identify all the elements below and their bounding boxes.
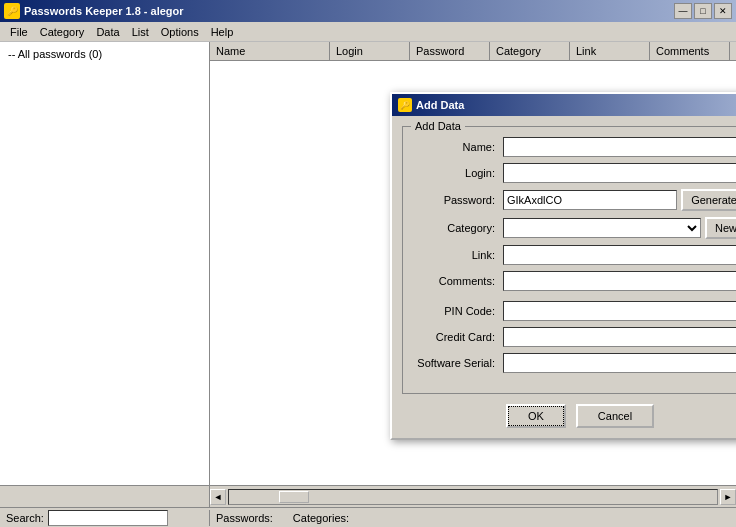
table-area: Name Login Password Category Link Commen… — [210, 42, 736, 485]
comments-input[interactable] — [503, 271, 736, 291]
menu-bar: File Category Data List Options Help — [0, 22, 736, 42]
search-label: Search: — [6, 512, 44, 524]
sidebar: -- All passwords (0) — [0, 42, 210, 485]
categories-status: Categories: — [293, 512, 349, 524]
comments-row: Comments: — [413, 271, 736, 291]
scroll-left-button[interactable]: ◄ — [210, 489, 226, 505]
col-category[interactable]: Category — [490, 42, 570, 60]
serial-row: Software Serial: — [413, 353, 736, 373]
group-box: Add Data Name: Login: Password: — [402, 126, 736, 394]
generate-button[interactable]: Generate — [681, 189, 736, 211]
col-link[interactable]: Link — [570, 42, 650, 60]
col-login[interactable]: Login — [330, 42, 410, 60]
dialog-body: Add Data Name: Login: Password: — [392, 116, 736, 438]
status-items: Passwords: Categories: — [210, 512, 355, 524]
menu-category[interactable]: Category — [34, 24, 91, 40]
password-input[interactable] — [503, 190, 677, 210]
app-icon: 🔑 — [4, 3, 20, 19]
scroll-right-button[interactable]: ► — [720, 489, 736, 505]
menu-data[interactable]: Data — [90, 24, 125, 40]
minimize-button[interactable]: — — [674, 3, 692, 19]
dialog-buttons: OK Cancel — [402, 404, 736, 428]
title-bar: 🔑 Passwords Keeper 1.8 - alegor — □ ✕ — [0, 0, 736, 22]
new-button[interactable]: New — [705, 217, 736, 239]
status-bar: Search: Passwords: Categories: — [0, 507, 736, 527]
all-passwords-item[interactable]: -- All passwords (0) — [4, 46, 205, 62]
col-comments[interactable]: Comments — [650, 42, 730, 60]
name-input[interactable] — [503, 137, 736, 157]
app-title: Passwords Keeper 1.8 - alegor — [24, 5, 184, 17]
category-row: Category: New — [413, 217, 736, 239]
comments-label: Comments: — [413, 275, 503, 287]
maximize-button[interactable]: □ — [694, 3, 712, 19]
pin-input[interactable] — [503, 301, 736, 321]
name-label: Name: — [413, 141, 503, 153]
menu-options[interactable]: Options — [155, 24, 205, 40]
add-data-dialog: 🔑 Add Data ✕ Add Data Name: — [390, 92, 736, 440]
login-row: Login: — [413, 163, 736, 183]
pin-label: PIN Code: — [413, 305, 503, 317]
login-label: Login: — [413, 167, 503, 179]
close-button[interactable]: ✕ — [714, 3, 732, 19]
col-password[interactable]: Password — [410, 42, 490, 60]
menu-list[interactable]: List — [126, 24, 155, 40]
col-name[interactable]: Name — [210, 42, 330, 60]
col-p[interactable]: P — [730, 42, 736, 60]
credit-label: Credit Card: — [413, 331, 503, 343]
cancel-button[interactable]: Cancel — [576, 404, 654, 428]
sidebar-tree: -- All passwords (0) — [0, 42, 209, 485]
link-input[interactable] — [503, 245, 736, 265]
password-label: Password: — [413, 194, 503, 206]
link-label: Link: — [413, 249, 503, 261]
link-row: Link: — [413, 245, 736, 265]
main-layout: -- All passwords (0) Name Login Password… — [0, 42, 736, 485]
dialog-title-bar: 🔑 Add Data ✕ — [392, 94, 736, 116]
dialog-icon: 🔑 — [398, 98, 412, 112]
search-area: Search: — [0, 510, 210, 526]
table-header: Name Login Password Category Link Commen… — [210, 42, 736, 61]
menu-file[interactable]: File — [4, 24, 34, 40]
credit-row: Credit Card: — [413, 327, 736, 347]
category-select[interactable] — [503, 218, 701, 238]
category-label: Category: — [413, 222, 503, 234]
menu-help[interactable]: Help — [205, 24, 240, 40]
password-row: Password: Generate — [413, 189, 736, 211]
serial-input[interactable] — [503, 353, 736, 373]
passwords-status: Passwords: — [216, 512, 273, 524]
search-input[interactable] — [48, 510, 168, 526]
dialog-title: Add Data — [416, 99, 464, 111]
name-row: Name: — [413, 137, 736, 157]
scrollbar-bar: ◄ ► — [0, 485, 736, 507]
login-input[interactable] — [503, 163, 736, 183]
credit-input[interactable] — [503, 327, 736, 347]
group-label: Add Data — [411, 120, 465, 132]
serial-label: Software Serial: — [413, 357, 503, 369]
ok-button[interactable]: OK — [506, 404, 566, 428]
pin-row: PIN Code: — [413, 301, 736, 321]
